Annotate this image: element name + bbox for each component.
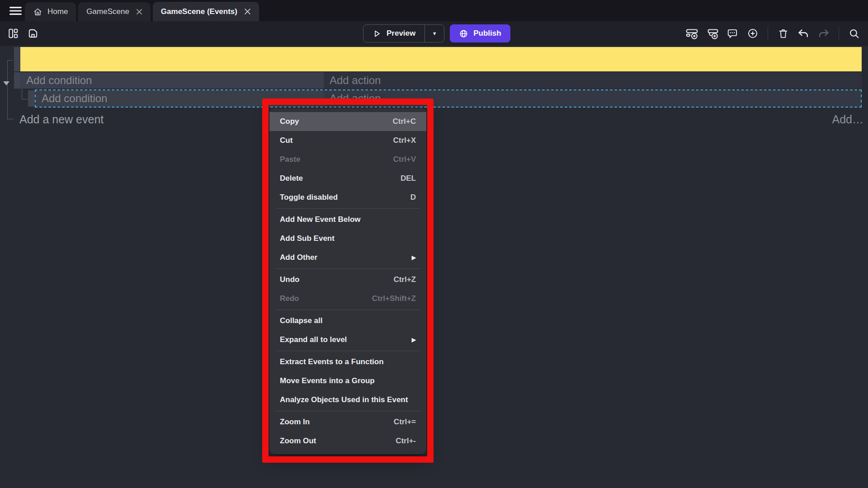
add-sub-event-button[interactable] bbox=[703, 25, 721, 42]
tab-list: Home GameScene GameScene (Events) bbox=[25, 2, 259, 21]
add-action-label: Add action bbox=[330, 74, 381, 87]
preview-button-group: Preview ▼ bbox=[363, 24, 444, 42]
close-icon[interactable] bbox=[244, 8, 251, 15]
redo-button[interactable] bbox=[815, 25, 832, 42]
add-more-link[interactable]: Add… bbox=[832, 113, 863, 126]
undo-button[interactable] bbox=[795, 25, 812, 42]
comment-icon bbox=[726, 28, 738, 39]
add-comment-button[interactable] bbox=[724, 25, 741, 42]
preview-button[interactable]: Preview bbox=[363, 25, 425, 42]
event1-add-action-button[interactable]: Add action bbox=[324, 72, 862, 89]
add-event-icon bbox=[686, 28, 698, 40]
tree-line bbox=[7, 60, 8, 119]
tab-label: GameScene bbox=[86, 7, 129, 16]
hamburger-icon bbox=[9, 6, 22, 15]
toolbar-left-group bbox=[5, 25, 42, 42]
search-icon bbox=[849, 28, 860, 39]
tree-line bbox=[7, 119, 14, 119]
sub-event-drag-handle[interactable] bbox=[28, 90, 35, 107]
add-sub-event-icon bbox=[706, 28, 718, 40]
undo-icon bbox=[797, 28, 809, 39]
tab-gamescene[interactable]: GameScene bbox=[78, 2, 151, 21]
chevron-down-icon: ▼ bbox=[432, 31, 437, 36]
add-new-event-button[interactable] bbox=[683, 25, 700, 42]
toolbar-right-group bbox=[683, 25, 863, 42]
add-condition-label: Add condition bbox=[26, 74, 92, 87]
main-menu-button[interactable] bbox=[5, 4, 25, 18]
toolbar-divider bbox=[768, 27, 768, 40]
tab-bar: Home GameScene GameScene (Events) bbox=[0, 0, 868, 21]
event-drag-handle[interactable] bbox=[14, 72, 20, 89]
add-new-event-link[interactable]: Add a new event bbox=[19, 113, 104, 126]
delete-button[interactable] bbox=[774, 25, 792, 42]
publish-label: Publish bbox=[473, 29, 501, 38]
tree-line bbox=[22, 99, 28, 99]
play-icon bbox=[373, 29, 381, 38]
collapse-event-arrow-icon[interactable] bbox=[3, 81, 9, 85]
annotation-highlight-box bbox=[262, 99, 434, 463]
save-project-button[interactable] bbox=[24, 25, 42, 42]
toolbar-center-group: Preview ▼ Publish bbox=[363, 24, 510, 42]
preview-label: Preview bbox=[387, 29, 415, 38]
gdevelop-window: Home GameScene GameScene (Events) bbox=[0, 0, 868, 488]
selected-event-outline bbox=[35, 89, 862, 108]
tab-label: Home bbox=[47, 7, 68, 16]
preview-options-button[interactable]: ▼ bbox=[425, 25, 444, 42]
open-project-manager-button[interactable] bbox=[5, 25, 22, 42]
toolbar-divider bbox=[839, 27, 839, 40]
save-icon bbox=[27, 28, 39, 39]
comment-drag-handle[interactable] bbox=[14, 47, 20, 71]
trash-icon bbox=[778, 28, 789, 39]
publish-button[interactable]: Publish bbox=[450, 24, 510, 42]
event1-add-condition-button[interactable]: Add condition bbox=[20, 72, 324, 89]
tree-line bbox=[7, 60, 13, 61]
globe-icon bbox=[459, 29, 468, 38]
choose-event-type-button[interactable] bbox=[744, 25, 761, 42]
redo-icon bbox=[818, 28, 830, 39]
close-icon[interactable] bbox=[136, 9, 142, 15]
comment-event-block[interactable] bbox=[20, 47, 862, 71]
home-icon bbox=[33, 7, 42, 17]
add-circle-icon bbox=[747, 28, 759, 39]
tree-line bbox=[22, 89, 22, 99]
tab-gamescene-events[interactable]: GameScene (Events) bbox=[153, 2, 259, 21]
tab-label: GameScene (Events) bbox=[161, 7, 237, 16]
search-events-button[interactable] bbox=[845, 25, 863, 42]
project-manager-icon bbox=[7, 28, 19, 39]
tab-home[interactable]: Home bbox=[25, 2, 76, 21]
events-toolbar: Preview ▼ Publish bbox=[0, 21, 868, 46]
